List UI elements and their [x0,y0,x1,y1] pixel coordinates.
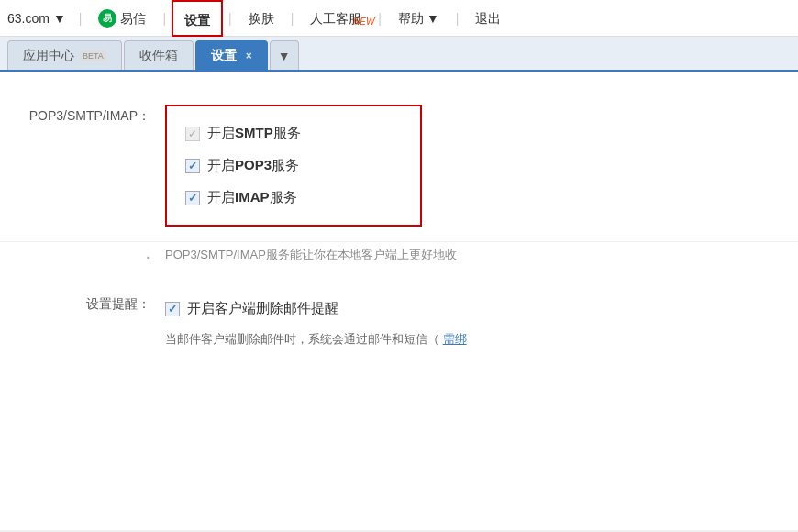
desc-row: · POP3/SMTP/IMAP服务能让你在本地客户端上更好地收 [0,242,798,278]
nav-brand[interactable]: 63.com ▼ [7,11,73,26]
separator-4: | [285,11,300,26]
new-badge: NEW [353,4,374,40]
pop3-label: 开启POP3服务 [207,157,299,174]
pop3-section-label: POP3/SMTP/IMAP： [18,105,165,227]
imap-row: 开启IMAP服务 [185,182,402,214]
reminder-row: 开启客户端删除邮件提醒 [165,293,780,325]
red-outline-box: 开启SMTP服务 开启POP3服务 开启IMAP服务 [165,105,422,227]
nav-tuichu[interactable]: 退出 [464,0,512,37]
pop3-row: 开启POP3服务 [185,150,402,182]
reminder-section: 设置提醒： 开启客户端删除邮件提醒 当邮件客户端删除邮件时，系统会通过邮件和短信… [0,278,798,370]
nav-huanfu-label: 换肤 [249,11,274,26]
nav-tuichu-label: 退出 [475,11,501,26]
reminder-label: 开启客户端删除邮件提醒 [187,300,338,317]
reminder-desc: 当邮件客户端删除邮件时，系统会通过邮件和短信（ 需绑 [165,325,780,355]
reminder-desc-text: 当邮件客户端删除邮件时，系统会通过邮件和短信（ [165,332,439,346]
yixin-icon: 易 [98,9,116,28]
pop3-checkbox[interactable] [185,159,200,173]
separator-6: | [450,11,465,26]
nav-bangzhu-label: 帮助 [398,0,424,37]
tab-shezhi[interactable]: 设置 × [195,40,268,70]
nav-kefu[interactable]: 人工客服 NEW [299,0,372,37]
smtp-row: 开启SMTP服务 [185,117,402,150]
reminder-section-label: 设置提醒： [18,293,165,355]
desc-content: POP3/SMTP/IMAP服务能让你在本地客户端上更好地收 [165,246,457,267]
desc-dot: · [18,246,165,267]
separator-2: | [157,11,172,26]
tab-close-icon[interactable]: × [246,50,252,62]
pop3-section: POP3/SMTP/IMAP： 开启SMTP服务 开启POP3服务 [0,90,798,242]
separator-3: | [223,11,238,26]
nav-bangzhu[interactable]: 帮助 ▼ [387,0,450,37]
nav-shezhi-label: 设置 [184,13,210,28]
imap-label: 开启IMAP服务 [207,189,297,206]
nav-huanfu[interactable]: 换肤 [238,0,285,37]
tab-arrow-icon: ▼ [278,49,291,63]
top-nav: 63.com ▼ | 易 易信 | 设置 | 换肤 | 人工客服 NEW | 帮… [0,0,798,37]
separator-5: | [372,11,387,26]
tab-shoujianxiang[interactable]: 收件箱 [124,40,194,70]
tab-dropdown-arrow[interactable]: ▼ [270,40,299,70]
beta-badge: BETA [80,50,106,61]
tab-shoujianxiang-label: 收件箱 [139,48,178,64]
tab-yingyongzhongxin-label: 应用中心 [23,48,74,64]
bullet-icon: · [145,246,150,266]
nav-shezhi[interactable]: 设置 [172,0,223,37]
tab-yingyongzhongxin[interactable]: 应用中心 BETA [7,40,122,70]
pop3-section-content: 开启SMTP服务 开启POP3服务 开启IMAP服务 [165,105,780,227]
smtp-label: 开启SMTP服务 [207,125,301,142]
reminder-link[interactable]: 需绑 [443,332,467,346]
content-area: POP3/SMTP/IMAP： 开启SMTP服务 开启POP3服务 [0,72,798,530]
tab-shezhi-label: 设置 [211,48,237,64]
reminder-checkbox[interactable] [165,302,180,316]
tab-bar: 应用中心 BETA 收件箱 设置 × ▼ [0,37,798,72]
nav-yixin[interactable]: 易 易信 [87,0,157,37]
imap-checkbox[interactable] [185,191,200,205]
reminder-section-content: 开启客户端删除邮件提醒 当邮件客户端删除邮件时，系统会通过邮件和短信（ 需绑 [165,293,780,355]
pop3-desc-text: POP3/SMTP/IMAP服务能让你在本地客户端上更好地收 [165,244,457,265]
bangzhu-arrow-icon: ▼ [427,0,439,37]
smtp-checkbox[interactable] [185,127,200,141]
separator-1: | [73,11,88,26]
brand-arrow: ▼ [53,11,66,26]
yixin-label: 易信 [120,0,146,37]
brand-label: 63.com [7,11,50,26]
